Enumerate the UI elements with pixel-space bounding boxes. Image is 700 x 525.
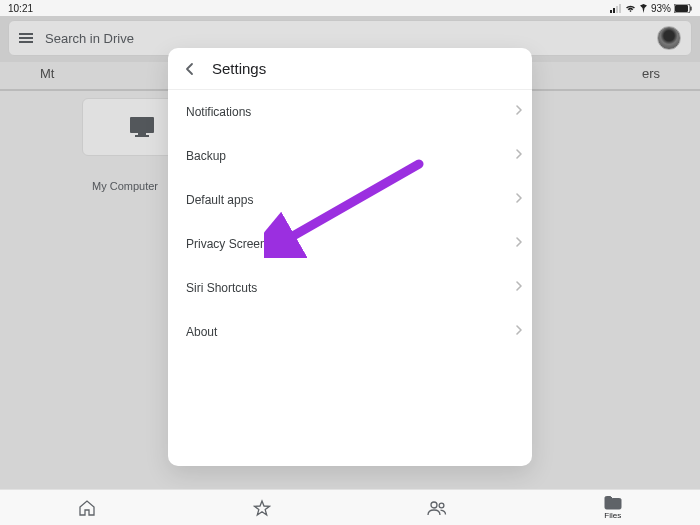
chevron-left-icon (182, 61, 198, 77)
wifi-icon (625, 4, 636, 13)
folder-icon (604, 495, 622, 510)
svg-rect-2 (616, 6, 618, 13)
modal-header: Settings (168, 48, 532, 90)
svg-rect-5 (675, 5, 688, 12)
svg-point-11 (431, 502, 437, 508)
svg-rect-0 (610, 10, 612, 13)
status-bar: 10:21 93% (0, 0, 700, 16)
settings-item-label: About (186, 325, 217, 339)
settings-modal: Settings Notifications Backup Default ap… (168, 48, 532, 466)
battery-pct: 93% (651, 3, 671, 14)
settings-item-label: Notifications (186, 105, 251, 119)
svg-rect-3 (619, 4, 621, 13)
star-icon (253, 499, 271, 517)
tab-files-label: Files (604, 511, 621, 520)
tab-shared[interactable] (427, 499, 447, 517)
settings-item-siri-shortcuts[interactable]: Siri Shortcuts (168, 266, 532, 310)
chevron-right-icon (512, 191, 526, 209)
people-icon (427, 499, 447, 517)
location-icon (639, 4, 648, 13)
settings-item-label: Privacy Screen (186, 237, 267, 251)
settings-item-notifications[interactable]: Notifications (168, 90, 532, 134)
status-time: 10:21 (8, 3, 33, 14)
tab-files[interactable]: Files (604, 495, 622, 520)
settings-item-label: Backup (186, 149, 226, 163)
tab-bar: Files (0, 489, 700, 525)
settings-item-privacy-screen[interactable]: Privacy Screen (168, 222, 532, 266)
home-icon (78, 499, 96, 517)
svg-point-12 (439, 503, 444, 508)
tab-starred[interactable] (253, 499, 271, 517)
back-button[interactable] (176, 55, 204, 83)
settings-list: Notifications Backup Default apps Privac… (168, 90, 532, 466)
chevron-right-icon (512, 323, 526, 341)
signal-icon (610, 4, 622, 13)
settings-item-about[interactable]: About (168, 310, 532, 354)
chevron-right-icon (512, 103, 526, 121)
settings-item-backup[interactable]: Backup (168, 134, 532, 178)
settings-item-label: Siri Shortcuts (186, 281, 257, 295)
status-indicators: 93% (610, 3, 692, 14)
modal-title: Settings (212, 60, 266, 77)
svg-rect-1 (613, 8, 615, 13)
chevron-right-icon (512, 235, 526, 253)
chevron-right-icon (512, 147, 526, 165)
settings-item-label: Default apps (186, 193, 253, 207)
chevron-right-icon (512, 279, 526, 297)
settings-item-default-apps[interactable]: Default apps (168, 178, 532, 222)
battery-icon (674, 4, 692, 13)
svg-rect-6 (690, 6, 691, 10)
tab-home[interactable] (78, 499, 96, 517)
